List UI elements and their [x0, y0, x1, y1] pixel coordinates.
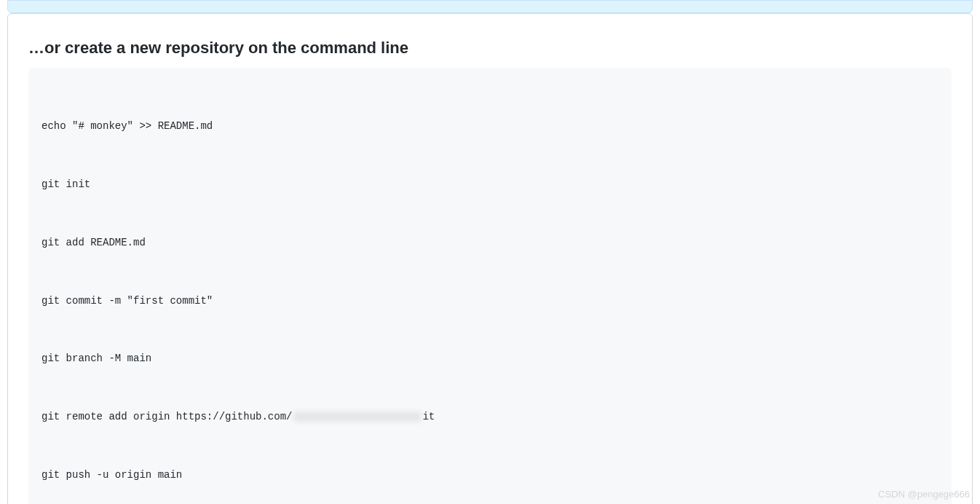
info-banner — [7, 0, 973, 13]
code-line: echo "# monkey" >> README.md — [42, 117, 938, 136]
code-text: it — [422, 411, 435, 422]
code-line: git commit -m "first commit" — [42, 291, 938, 311]
create-repo-section: …or create a new repository on the comma… — [8, 14, 972, 504]
watermark-text: CSDN @pengege666 — [878, 489, 970, 500]
code-text: git remote add origin https://github.com… — [42, 411, 292, 422]
code-line: git init — [42, 175, 938, 194]
setup-instructions-container: …or create a new repository on the comma… — [7, 13, 973, 504]
create-repo-heading: …or create a new repository on the comma… — [28, 39, 952, 58]
create-repo-code-block[interactable]: echo "# monkey" >> README.md git init gi… — [28, 68, 952, 504]
redacted-text — [293, 412, 421, 422]
code-line: git push -u origin main — [42, 465, 938, 485]
code-line: git branch -M main — [42, 349, 938, 369]
code-line: git remote add origin https://github.com… — [42, 407, 938, 427]
code-line: git add README.md — [42, 233, 938, 253]
